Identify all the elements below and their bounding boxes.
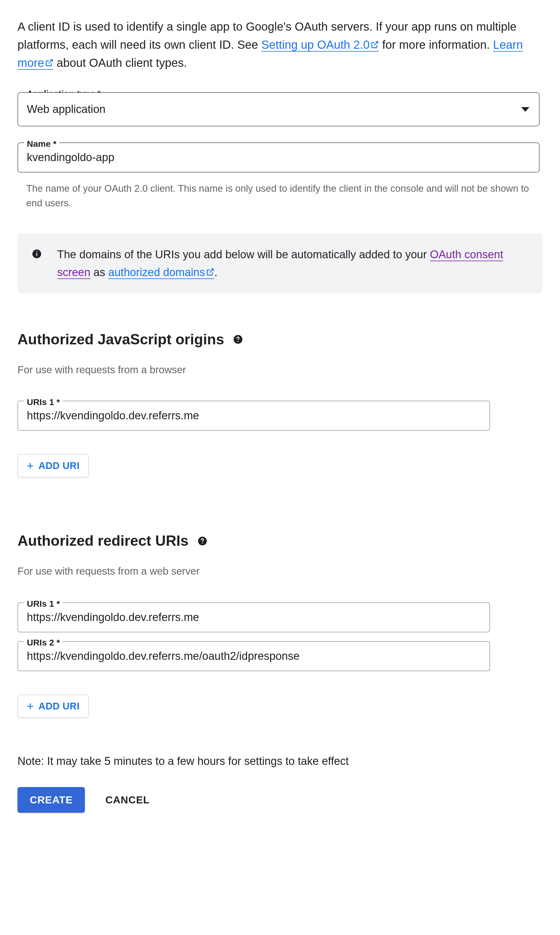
external-link-icon — [206, 263, 214, 281]
redirect-uri-2-label: URIs 2 * — [24, 636, 63, 649]
application-type-field: Application type * Web application — [17, 92, 540, 126]
name-field-wrapper: Name * — [17, 142, 540, 173]
redirect-uri-1-label: URIs 1 * — [24, 597, 63, 610]
js-origins-title: Authorized JavaScript origins — [17, 329, 224, 350]
intro-text: A client ID is used to identify a single… — [17, 17, 543, 72]
name-label: Name * — [24, 137, 60, 150]
intro-text-part2: for more information. — [379, 38, 493, 51]
svg-line-1 — [49, 60, 52, 64]
help-icon[interactable] — [233, 334, 243, 345]
svg-point-7 — [238, 341, 239, 342]
setup-oauth-link[interactable]: Setting up OAuth 2.0 — [262, 38, 379, 52]
intro-text-part3: about OAuth client types. — [53, 56, 187, 69]
add-uri-label: ADD URI — [38, 460, 80, 471]
plus-icon: + — [27, 460, 34, 471]
js-origins-add-uri-button[interactable]: + ADD URI — [17, 454, 89, 478]
redirect-add-uri-button[interactable]: + ADD URI — [17, 695, 89, 718]
application-type-select[interactable]: Web application — [17, 92, 540, 126]
redirect-uris-section: Authorized redirect URIs For use with re… — [17, 530, 543, 718]
authorized-domains-link[interactable]: authorized domains — [108, 266, 214, 279]
js-origins-uri-1-input[interactable] — [17, 400, 490, 431]
note-text: Note: It may take 5 minutes to a few hou… — [17, 753, 543, 770]
svg-rect-3 — [37, 253, 37, 256]
info-icon — [31, 249, 42, 259]
cancel-button[interactable]: CANCEL — [100, 787, 155, 813]
info-banner-text: The domains of the URIs you add below wi… — [57, 246, 529, 281]
js-origins-section: Authorized JavaScript origins For use wi… — [17, 329, 543, 478]
info-banner: The domains of the URIs you add below wi… — [17, 233, 543, 294]
action-buttons: CREATE CANCEL — [17, 787, 543, 813]
js-origins-uri-1-label: URIs 1 * — [24, 396, 63, 408]
svg-rect-4 — [37, 251, 37, 252]
redirect-uri-1-input[interactable] — [17, 602, 490, 632]
redirect-uri-2-wrapper: URIs 2 * — [17, 641, 490, 671]
js-origins-uri-1-wrapper: URIs 1 * — [17, 400, 490, 431]
name-input[interactable] — [17, 142, 540, 173]
js-origins-subtitle: For use with requests from a browser — [17, 362, 543, 377]
svg-line-5 — [210, 269, 214, 273]
svg-line-0 — [374, 42, 378, 46]
external-link-icon — [371, 35, 379, 54]
redirect-uris-subtitle: For use with requests from a web server — [17, 564, 543, 579]
create-button[interactable]: CREATE — [17, 787, 85, 813]
help-icon[interactable] — [197, 536, 208, 546]
redirect-uris-title: Authorized redirect URIs — [17, 530, 188, 552]
application-type-value: Web application — [27, 103, 106, 115]
plus-icon: + — [27, 700, 34, 712]
svg-point-9 — [202, 542, 203, 544]
redirect-uri-2-input[interactable] — [17, 641, 490, 671]
redirect-uri-1-wrapper: URIs 1 * — [17, 602, 490, 632]
name-helper-text: The name of your OAuth 2.0 client. This … — [26, 181, 543, 210]
add-uri-label: ADD URI — [38, 701, 80, 712]
external-link-icon — [45, 54, 53, 72]
